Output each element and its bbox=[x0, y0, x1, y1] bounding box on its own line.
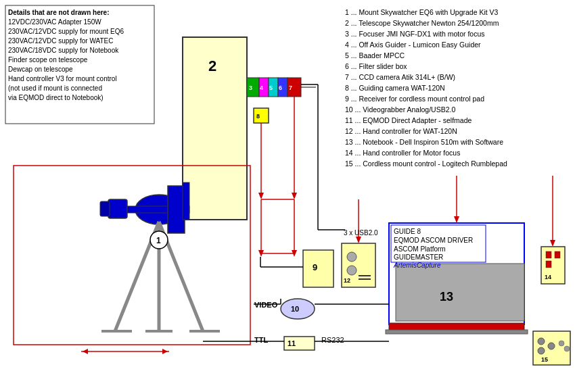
svg-text:4: 4 bbox=[260, 84, 263, 91]
svg-marker-121 bbox=[162, 349, 168, 354]
svg-text:11: 11 bbox=[288, 339, 296, 347]
svg-text:GUIDEMASTER: GUIDEMASTER bbox=[394, 253, 443, 261]
svg-point-70 bbox=[347, 252, 356, 262]
svg-text:9: 9 bbox=[313, 262, 317, 272]
svg-point-99 bbox=[538, 338, 545, 345]
details-header: Details that are not drawn here: bbox=[8, 9, 109, 16]
svg-text:13: 13 bbox=[440, 290, 453, 303]
svg-marker-62 bbox=[258, 193, 264, 199]
svg-text:6 ... Filter slider box: 6 ... Filter slider box bbox=[345, 62, 407, 70]
svg-text:14: 14 bbox=[545, 274, 551, 280]
svg-text:ArtemisCapture: ArtemisCapture bbox=[393, 262, 441, 269]
svg-rect-42 bbox=[100, 201, 110, 216]
svg-text:5 ... Baader MPCC: 5 ... Baader MPCC bbox=[345, 51, 405, 59]
svg-text:230VAC/12VDC supply for mount : 230VAC/12VDC supply for mount EQ6 bbox=[8, 28, 124, 35]
svg-rect-79 bbox=[396, 264, 524, 321]
svg-marker-90 bbox=[454, 216, 459, 223]
svg-text:12 ... Hand controller for WAT: 12 ... Hand controller for WAT-120N bbox=[345, 127, 457, 135]
svg-rect-88 bbox=[386, 330, 528, 334]
svg-text:Hand controller V3 for mount c: Hand controller V3 for mount control bbox=[8, 75, 117, 82]
svg-text:1: 1 bbox=[156, 236, 161, 245]
svg-marker-120 bbox=[83, 349, 88, 354]
svg-rect-92 bbox=[546, 251, 551, 258]
svg-text:15: 15 bbox=[541, 356, 548, 363]
svg-marker-76 bbox=[356, 237, 361, 243]
svg-rect-93 bbox=[555, 251, 560, 258]
svg-text:14 ... Hand controller for Mot: 14 ... Hand controller for Motor focus bbox=[345, 149, 460, 157]
svg-text:12: 12 bbox=[344, 277, 350, 284]
svg-text:4 ... Off Axis Guider - Lumico: 4 ... Off Axis Guider - Lumicon Easy Gui… bbox=[345, 41, 481, 49]
svg-text:11 ... EQMOD Direct Adapter - : 11 ... EQMOD Direct Adapter - selfmade bbox=[345, 116, 472, 124]
svg-text:6: 6 bbox=[279, 84, 282, 91]
svg-text:10 ... Videograbber Analog/USB: 10 ... Videograbber Analog/USB2.0 bbox=[345, 105, 455, 114]
svg-text:TTL: TTL bbox=[254, 336, 268, 344]
svg-text:9 ... Receiver for cordless mo: 9 ... Receiver for cordless mount contro… bbox=[345, 95, 484, 103]
svg-text:10: 10 bbox=[291, 305, 299, 313]
svg-text:8: 8 bbox=[256, 113, 260, 120]
svg-text:(not used if mount is connecte: (not used if mount is connected bbox=[8, 84, 102, 92]
svg-rect-87 bbox=[389, 323, 524, 330]
svg-rect-41 bbox=[108, 199, 127, 218]
diagram-svg: Details that are not drawn here: 12VDC/2… bbox=[0, 0, 575, 392]
svg-text:VIDEO: VIDEO bbox=[254, 301, 278, 309]
svg-text:7: 7 bbox=[289, 84, 292, 91]
svg-text:GUIDE 8: GUIDE 8 bbox=[394, 228, 421, 235]
svg-text:via EQMOD direct to Notebook): via EQMOD direct to Notebook) bbox=[8, 94, 104, 101]
svg-marker-97 bbox=[550, 240, 555, 247]
svg-text:8 ... Guiding camera WAT-120N: 8 ... Guiding camera WAT-120N bbox=[345, 84, 445, 92]
svg-text:5: 5 bbox=[269, 84, 273, 91]
svg-point-71 bbox=[347, 266, 356, 275]
svg-text:Finder scope on telescope: Finder scope on telescope bbox=[8, 56, 88, 64]
svg-text:ASCOM Platform: ASCOM Platform bbox=[394, 245, 446, 253]
svg-text:3: 3 bbox=[249, 84, 252, 91]
svg-text:230VAC/12VDC supply for WATEC: 230VAC/12VDC supply for WATEC bbox=[8, 37, 113, 45]
svg-point-101 bbox=[538, 347, 545, 354]
svg-text:1 ... Mount Skywatcher EQ6 wit: 1 ... Mount Skywatcher EQ6 with Upgrade … bbox=[345, 8, 499, 16]
svg-text:EQMOD ASCOM DRIVER: EQMOD ASCOM DRIVER bbox=[394, 237, 473, 244]
svg-text:RS232: RS232 bbox=[321, 336, 344, 344]
svg-text:15 ... Cordless mount control : 15 ... Cordless mount control - Logitech… bbox=[345, 160, 507, 168]
svg-text:7 ... CCD camera Atik 314L+ (B: 7 ... CCD camera Atik 314L+ (B/W) bbox=[345, 73, 455, 81]
svg-text:3 ... Focuser JMI NGF-DX1 with: 3 ... Focuser JMI NGF-DX1 with motor foc… bbox=[345, 30, 485, 38]
main-container: Details that are not drawn here: 12VDC/2… bbox=[0, 0, 575, 392]
svg-text:3 x USB2.0: 3 x USB2.0 bbox=[344, 229, 378, 237]
svg-rect-94 bbox=[546, 261, 551, 268]
svg-text:13 ... Notebook - Dell Inspiro: 13 ... Notebook - Dell Inspiron 510m wit… bbox=[345, 138, 503, 146]
svg-rect-49 bbox=[168, 186, 185, 233]
svg-text:2 ... Telescope Skywatcher New: 2 ... Telescope Skywatcher Newton 254/12… bbox=[345, 19, 499, 27]
svg-rect-52 bbox=[183, 182, 189, 220]
svg-point-103 bbox=[564, 346, 570, 351]
svg-marker-58 bbox=[292, 193, 297, 199]
svg-text:2: 2 bbox=[208, 57, 216, 74]
svg-point-102 bbox=[559, 341, 564, 346]
svg-text:Dewcap on telescope: Dewcap on telescope bbox=[8, 66, 73, 73]
svg-rect-67 bbox=[303, 250, 334, 287]
svg-point-100 bbox=[548, 343, 555, 349]
svg-text:12VDC/230VAC Adapter 150W: 12VDC/230VAC Adapter 150W bbox=[8, 18, 101, 26]
svg-text:230VAC/18VDC supply for Notebo: 230VAC/18VDC supply for Notebook bbox=[8, 47, 119, 54]
